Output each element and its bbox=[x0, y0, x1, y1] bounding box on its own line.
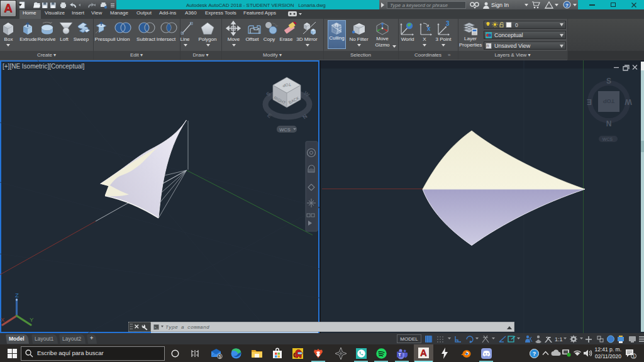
svg-text:S: S bbox=[606, 77, 611, 85]
svg-text:0: 0 bbox=[515, 22, 518, 28]
svg-text:5: 5 bbox=[219, 354, 221, 359]
svg-text:Y: Y bbox=[30, 316, 34, 323]
svg-text:1: 1 bbox=[632, 353, 635, 359]
svg-text:Z: Z bbox=[15, 292, 19, 299]
svg-text:X: X bbox=[1, 316, 5, 323]
svg-text:TOP: TOP bbox=[603, 98, 614, 104]
svg-text:?: ? bbox=[565, 3, 569, 8]
svg-text:WCS: WCS bbox=[279, 127, 291, 133]
svg-text:3: 3 bbox=[446, 20, 450, 27]
svg-text:T: T bbox=[398, 352, 401, 358]
svg-text:?: ? bbox=[533, 351, 536, 357]
svg-text:1:1: 1:1 bbox=[555, 336, 563, 343]
svg-text:E: E bbox=[587, 97, 592, 106]
svg-text:N: N bbox=[606, 119, 612, 128]
svg-text:W: W bbox=[625, 97, 632, 106]
svg-text:[+][NE Isometric][Conceptual]: [+][NE Isometric][Conceptual] bbox=[3, 63, 85, 70]
svg-text:N: N bbox=[301, 113, 308, 121]
svg-text:x: x bbox=[427, 25, 431, 32]
svg-text:WCS: WCS bbox=[602, 137, 613, 141]
